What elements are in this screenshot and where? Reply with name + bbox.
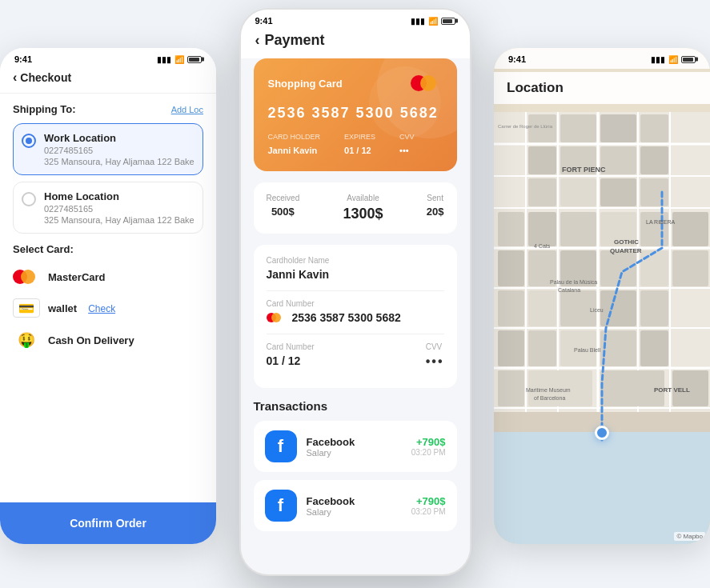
payment-header: ‹ Payment — [241, 29, 470, 58]
map-svg: FORT PIENC GOTHIC QUARTER LA RIBERA Pala… — [494, 48, 710, 544]
wallet-icon: 💳 — [13, 298, 40, 318]
svg-rect-43 — [600, 290, 636, 326]
add-location-link[interactable]: Add Loc — [171, 105, 203, 114]
card-holder-label: CARD HOLDER — [268, 133, 321, 141]
svg-rect-39 — [672, 250, 708, 286]
received-label: Received — [267, 194, 300, 202]
card-info-row: CARD HOLDER Janni Kavin EXPIRES 01 / 12 … — [268, 133, 443, 157]
wifi-icon-r: 📶 — [668, 55, 678, 64]
facebook-logo-1: f — [265, 490, 297, 522]
transaction-amount-0: +790$ — [411, 436, 446, 448]
sent-value: 20$ — [427, 206, 444, 218]
svg-rect-46 — [528, 330, 556, 366]
cash-icon: 🤑 — [13, 330, 40, 350]
svg-rect-23 — [640, 146, 668, 174]
map-screen: 9:41 ▮▮▮ 📶 Location — [494, 48, 710, 544]
received-balance: Received 500$ — [267, 194, 300, 222]
svg-rect-34 — [498, 250, 524, 286]
home-location-option[interactable]: Home Location 0227485165 325 Mansoura, H… — [13, 182, 203, 234]
mc-mini-icon — [267, 311, 286, 324]
home-location-name: Home Location — [44, 190, 195, 202]
status-time-center: 9:41 — [255, 16, 273, 26]
svg-rect-27 — [640, 178, 668, 206]
facebook-logo-0: f — [265, 430, 297, 462]
battery-icon-c — [441, 18, 455, 25]
work-location-name: Work Location — [44, 132, 195, 144]
map-title: Location — [507, 80, 697, 96]
svg-rect-33 — [672, 212, 708, 246]
cvv-field-label: CVV — [426, 342, 444, 351]
wallet-check-link[interactable]: Check — [88, 303, 115, 314]
card-number-display: 2536 3587 5300 5682 — [268, 105, 443, 122]
svg-rect-50 — [498, 370, 524, 406]
svg-text:4 Cats: 4 Cats — [534, 243, 551, 249]
svg-rect-32 — [640, 212, 668, 246]
cash-label: Cash On Delivery — [48, 334, 134, 346]
svg-rect-30 — [560, 212, 596, 246]
svg-text:Catalana: Catalana — [558, 287, 580, 293]
work-location-option[interactable]: Work Location 0227485165 325 Mansoura, H… — [13, 123, 203, 175]
status-icons-right: ▮▮▮ 📶 — [651, 55, 696, 64]
sent-label: Sent — [427, 194, 444, 202]
available-value: 1300$ — [343, 206, 383, 222]
card-cvv-info: CVV ••• — [399, 133, 415, 157]
expiry-field-value[interactable]: 01 / 12 — [267, 354, 315, 367]
wifi-icon-c: 📶 — [428, 17, 438, 26]
available-balance: Available 1300$ — [343, 194, 383, 222]
map-attribution: © Mapbo — [674, 532, 705, 541]
work-location-radio[interactable] — [22, 134, 36, 148]
map-header: Location — [494, 72, 710, 104]
card-holder-info: CARD HOLDER Janni Kavin — [268, 133, 321, 157]
svg-text:PORT VELL: PORT VELL — [654, 386, 690, 394]
payment-back-button[interactable]: ‹ Payment — [255, 32, 455, 49]
card-cvv-value: ••• — [399, 146, 409, 155]
transaction-sub-0: Salary — [307, 448, 402, 458]
expiry-field: Card Number 01 / 12 — [267, 342, 315, 367]
cardholder-field-label: Cardholder Name — [267, 256, 444, 265]
home-location-addr: 325 Mansoura, Hay Aljamaa 122 Bake — [44, 215, 195, 225]
cvv-field-value[interactable]: ••• — [426, 354, 444, 369]
cardholder-field-value[interactable]: Janni Kavin — [267, 268, 444, 281]
status-time-left: 9:41 — [14, 54, 32, 64]
card-number-field-value[interactable]: 2536 3587 5300 5682 — [267, 311, 444, 324]
work-location-addr: 325 Mansoura, Hay Aljamaa 122 Bake — [44, 157, 195, 166]
card-form-section: Cardholder Name Janni Kavin Card Number … — [254, 245, 457, 388]
checkout-title: Checkout — [20, 71, 71, 84]
home-location-radio[interactable] — [22, 192, 36, 206]
svg-text:of Barcelona: of Barcelona — [534, 395, 565, 401]
transaction-amount-col-1: +790$ 03:20 PM — [411, 495, 446, 516]
cvv-field: CVV ••• — [426, 342, 444, 377]
balance-row: Received 500$ Available 1300$ Sent 20$ — [254, 182, 457, 234]
cash-delivery-option[interactable]: 🤑 Cash On Delivery — [13, 324, 203, 356]
card-type-row: Shopping Card — [268, 73, 443, 94]
payment-back-arrow: ‹ — [255, 32, 260, 49]
wallet-option[interactable]: 💳 wallet Check — [13, 292, 203, 324]
svg-rect-28 — [498, 212, 524, 246]
status-bar-left: 9:41 ▮▮▮ 📶 — [0, 48, 216, 67]
transaction-item-0[interactable]: f Facebook Salary +790$ 03:20 PM — [254, 421, 457, 472]
mastercard-icon — [13, 268, 40, 286]
svg-rect-40 — [498, 290, 524, 326]
shipping-section-title: Shipping To: Add Loc — [13, 103, 203, 115]
home-location-phone: 0227485165 — [44, 204, 195, 214]
phone-payment: 9:41 ▮▮▮ 📶 ‹ Payment Shopping Card — [239, 8, 471, 576]
status-icons-left: ▮▮▮ 📶 — [157, 55, 202, 64]
card-holder-value: Janni Kavin — [268, 146, 318, 155]
checkout-back-button[interactable]: ‹ Checkout — [13, 70, 203, 85]
confirm-order-button[interactable]: Confirm Order — [0, 502, 216, 544]
card-number-field: Card Number 2536 3587 5300 5682 — [267, 299, 444, 324]
mastercard-label: MasterCard — [48, 271, 106, 283]
svg-rect-29 — [528, 212, 556, 246]
checkout-body: Shipping To: Add Loc Work Location 02274… — [0, 94, 216, 510]
svg-text:Palau de la Música: Palau de la Música — [550, 279, 597, 285]
mastercard-option[interactable]: MasterCard — [13, 262, 203, 292]
svg-rect-44 — [640, 290, 668, 326]
transaction-time-0: 03:20 PM — [411, 448, 446, 457]
phone-map: 9:41 ▮▮▮ 📶 Location — [494, 48, 710, 544]
transaction-name-1: Facebook — [307, 495, 402, 507]
svg-text:Carrer de Roger de Llúria: Carrer de Roger de Llúria — [498, 124, 553, 129]
svg-text:QUARTER: QUARTER — [610, 247, 642, 254]
card-cvv-label: CVV — [399, 133, 415, 141]
transaction-item-1[interactable]: f Facebook Salary +790$ 03:20 PM — [254, 480, 457, 531]
payment-body: Shopping Card 2536 3587 5300 5682 CARD H… — [241, 58, 470, 551]
